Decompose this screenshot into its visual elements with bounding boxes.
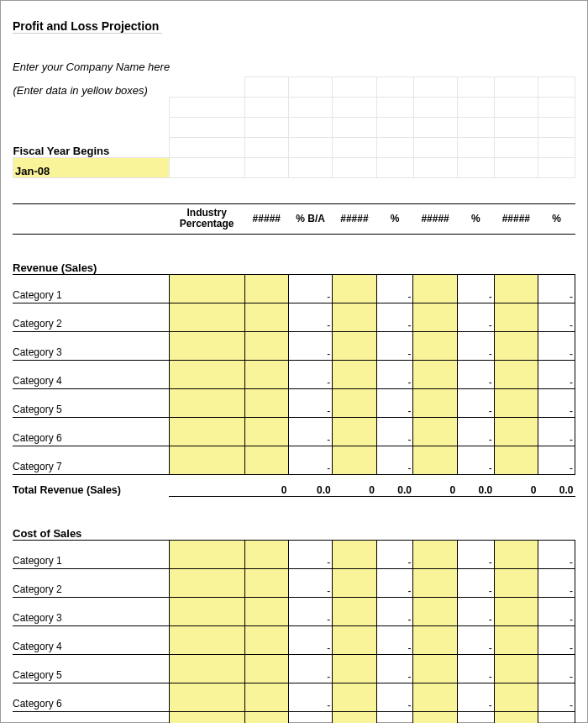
data-cell-input[interactable] (413, 303, 457, 331)
calc-cell: - (376, 654, 413, 683)
data-cell-input[interactable] (169, 331, 244, 360)
data-cell-input[interactable] (413, 274, 457, 303)
data-cell-input[interactable] (169, 654, 244, 683)
table-row: Category 2---- (13, 303, 575, 331)
data-cell-input[interactable] (413, 683, 457, 711)
calc-cell: - (288, 274, 332, 303)
data-cell-input[interactable] (244, 303, 288, 331)
revenue-total-label: Total Revenue (Sales) (13, 474, 169, 496)
data-cell-input[interactable] (494, 388, 538, 417)
row-label: Category 7 (13, 711, 169, 723)
data-cell-input[interactable] (413, 711, 457, 723)
data-cell-input[interactable] (244, 654, 288, 683)
data-cell-input[interactable] (333, 331, 376, 360)
calc-cell: - (457, 360, 494, 388)
calc-cell: - (457, 303, 494, 331)
data-cell-input[interactable] (333, 446, 376, 474)
calc-cell: - (288, 711, 332, 723)
data-cell-input[interactable] (333, 360, 376, 388)
data-cell-input[interactable] (333, 654, 376, 683)
data-cell-input[interactable] (494, 683, 538, 711)
data-cell-input[interactable] (169, 274, 244, 303)
data-cell-input[interactable] (413, 568, 457, 597)
data-cell-input[interactable] (244, 417, 288, 446)
calc-cell: - (288, 625, 332, 654)
data-cell-input[interactable] (494, 597, 538, 625)
data-cell-input[interactable] (333, 711, 376, 723)
data-cell-input[interactable] (494, 540, 538, 568)
data-cell-input[interactable] (169, 683, 244, 711)
calc-cell: - (538, 568, 575, 597)
data-cell-input[interactable] (244, 568, 288, 597)
revenue-total-row: Total Revenue (Sales) 0 0.0 0 0.0 0 0.0 … (13, 474, 575, 496)
calc-cell: - (376, 417, 413, 446)
data-cell-input[interactable] (169, 417, 244, 446)
data-cell-input[interactable] (494, 331, 538, 360)
data-cell-input[interactable] (169, 711, 244, 723)
data-cell-input[interactable] (333, 388, 376, 417)
data-cell-input[interactable] (244, 540, 288, 568)
fiscal-year-input[interactable]: Jan-08 (13, 158, 170, 178)
data-cell-input[interactable] (169, 597, 244, 625)
data-cell-input[interactable] (244, 625, 288, 654)
data-cell-input[interactable] (333, 683, 376, 711)
data-cell-input[interactable] (169, 446, 244, 474)
data-cell-input[interactable] (244, 446, 288, 474)
data-cell-input[interactable] (169, 568, 244, 597)
data-cell-input[interactable] (244, 711, 288, 723)
data-cell-input[interactable] (333, 597, 376, 625)
calc-cell: - (538, 331, 575, 360)
calc-cell: - (376, 274, 413, 303)
data-cell-input[interactable] (169, 303, 244, 331)
data-cell-input[interactable] (413, 540, 457, 568)
spreadsheet: Profit and Loss Projection Enter your Co… (0, 0, 588, 723)
data-cell-input[interactable] (244, 388, 288, 417)
data-cell-input[interactable] (244, 683, 288, 711)
data-cell-input[interactable] (494, 711, 538, 723)
data-cell-input[interactable] (244, 597, 288, 625)
data-cell-input[interactable] (333, 417, 376, 446)
data-cell-input[interactable] (333, 625, 376, 654)
data-cell-input[interactable] (169, 625, 244, 654)
data-cell-input[interactable] (333, 568, 376, 597)
calc-cell: - (288, 446, 332, 474)
table-row: Category 7---- (13, 711, 575, 723)
calc-cell: - (288, 388, 332, 417)
calc-cell: - (376, 388, 413, 417)
data-cell-input[interactable] (413, 331, 457, 360)
data-cell-input[interactable] (494, 417, 538, 446)
data-cell-input[interactable] (333, 274, 376, 303)
data-cell-input[interactable] (494, 303, 538, 331)
data-cell-input[interactable] (333, 540, 376, 568)
data-cell-input[interactable] (494, 446, 538, 474)
column-header-row: Industry Percentage ##### % B/A ##### % … (13, 203, 575, 234)
data-cell-input[interactable] (244, 360, 288, 388)
data-cell-input[interactable] (244, 331, 288, 360)
data-cell-input[interactable] (413, 654, 457, 683)
data-cell-input[interactable] (169, 360, 244, 388)
data-cell-input[interactable] (413, 446, 457, 474)
table-row: Category 1---- (13, 274, 575, 303)
table-row: Category 3---- (13, 331, 575, 360)
data-cell-input[interactable] (169, 388, 244, 417)
calc-cell: - (457, 597, 494, 625)
calc-cell: - (538, 388, 575, 417)
calc-cell: - (538, 597, 575, 625)
data-cell-input[interactable] (413, 597, 457, 625)
data-cell-input[interactable] (494, 654, 538, 683)
data-cell-input[interactable] (494, 360, 538, 388)
data-cell-input[interactable] (413, 417, 457, 446)
company-name-input[interactable]: Enter your Company Name here (13, 53, 575, 73)
data-cell-input[interactable] (494, 625, 538, 654)
data-cell-input[interactable] (413, 625, 457, 654)
data-cell-input[interactable] (169, 540, 244, 568)
data-cell-input[interactable] (413, 360, 457, 388)
upper-grid: (Enter data in yellow boxes) Fiscal Year… (13, 77, 575, 198)
data-cell-input[interactable] (244, 274, 288, 303)
data-cell-input[interactable] (333, 303, 376, 331)
table-row: Category 4---- (13, 360, 575, 388)
data-cell-input[interactable] (413, 388, 457, 417)
data-cell-input[interactable] (494, 274, 538, 303)
data-cell-input[interactable] (494, 568, 538, 597)
calc-cell: - (538, 417, 575, 446)
